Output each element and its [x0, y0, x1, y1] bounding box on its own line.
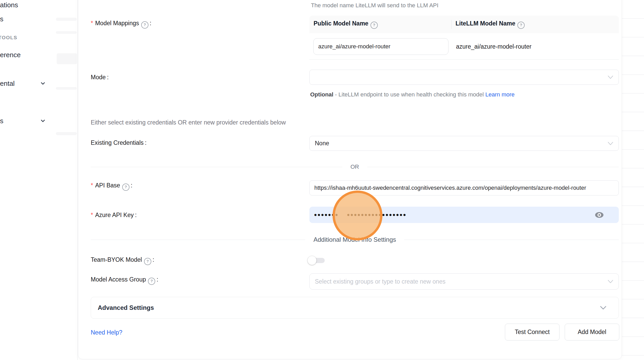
- select-placeholder: Select existing groups or type to create…: [310, 278, 445, 285]
- sidebar: ations s TOOLS erence ental s: [0, 0, 78, 360]
- or-text: OR: [342, 163, 367, 170]
- help-icon[interactable]: ?: [141, 21, 148, 29]
- sidebar-item-settings[interactable]: s: [0, 117, 3, 125]
- ghost-row: [56, 132, 77, 135]
- add-model-page: ations s TOOLS erence ental s The model …: [0, 0, 644, 360]
- or-divider: OR: [91, 163, 619, 171]
- api-base-label: *API Base?:: [91, 182, 132, 191]
- sidebar-item-logs[interactable]: s: [0, 15, 3, 23]
- ghost-row: [56, 87, 77, 90]
- sidebar-divider: [77, 0, 78, 360]
- api-base-value: https://ishaa-mh6uutut-swedencentral.cog…: [310, 185, 588, 191]
- required-asterisk: *: [91, 20, 93, 27]
- sidebar-item-organizations[interactable]: ations: [0, 1, 18, 9]
- background-table-edge: [622, 0, 644, 360]
- existing-credentials-select[interactable]: None: [309, 136, 619, 151]
- model-access-group-label: Model Access Group?:: [91, 276, 158, 285]
- header-divider: [451, 20, 452, 29]
- required-asterisk: *: [91, 182, 93, 189]
- need-help-link[interactable]: Need Help?: [91, 329, 122, 336]
- sidebar-item-experimental[interactable]: ental: [0, 80, 15, 88]
- litellm-model-name-value: azure_ai/azure-model-router: [456, 38, 531, 55]
- advanced-settings-panel[interactable]: Advanced Settings: [91, 297, 619, 319]
- chevron-down-icon: [608, 280, 613, 283]
- test-connect-button[interactable]: Test Connect: [505, 324, 560, 341]
- help-icon[interactable]: ?: [148, 278, 155, 285]
- model-name-hint: The model name LiteLLM will send to the …: [311, 2, 438, 9]
- table-row: azure_ai/azure-model-router azure_ai/azu…: [309, 33, 619, 59]
- chevron-down-icon[interactable]: [40, 117, 46, 124]
- ghost-row: [56, 18, 77, 21]
- public-model-name-header: Public Model Name?: [309, 20, 451, 29]
- existing-credentials-label: Existing Credentials:: [91, 139, 147, 146]
- mode-select[interactable]: [309, 70, 619, 85]
- help-icon[interactable]: ?: [144, 258, 151, 265]
- sidebar-item-inference[interactable]: erence: [0, 51, 21, 59]
- ghost-row: [56, 31, 77, 34]
- model-access-group-select[interactable]: Select existing groups or type to create…: [309, 273, 619, 290]
- required-asterisk: *: [91, 212, 93, 218]
- ghost-row: [57, 53, 77, 64]
- eye-icon[interactable]: [595, 212, 604, 218]
- azure-api-key-label: *Azure API Key:: [91, 212, 137, 219]
- add-model-button[interactable]: Add Model: [565, 324, 619, 341]
- click-indicator: [333, 191, 382, 240]
- help-icon[interactable]: ?: [370, 22, 378, 29]
- model-mappings-label: *Model Mappings?:: [91, 20, 151, 29]
- mode-hint: Optional - LiteLLM endpoint to use when …: [310, 89, 565, 100]
- model-mappings-table: Public Model Name? LiteLLM Model Name? a…: [309, 16, 619, 60]
- sidebar-section-tools: TOOLS: [0, 35, 17, 41]
- chevron-down-icon: [608, 142, 613, 145]
- chevron-down-icon: [600, 306, 607, 310]
- advanced-settings-title: Advanced Settings: [91, 304, 154, 311]
- public-model-name-input[interactable]: azure_ai/azure-model-router: [313, 38, 448, 55]
- learn-more-link[interactable]: Learn more: [485, 91, 515, 98]
- team-byok-label: Team-BYOK Model?:: [91, 256, 154, 265]
- chevron-down-icon[interactable]: [40, 80, 46, 87]
- help-icon[interactable]: ?: [517, 22, 525, 29]
- team-byok-toggle[interactable]: [308, 256, 325, 265]
- selected-value: None: [310, 140, 329, 147]
- litellm-model-name-header: LiteLLM Model Name?: [451, 20, 525, 29]
- chevron-down-icon: [608, 75, 613, 79]
- credentials-note: Either select existing credentials OR en…: [91, 119, 286, 126]
- help-icon[interactable]: ?: [122, 184, 129, 191]
- table-header: Public Model Name? LiteLLM Model Name?: [309, 16, 619, 33]
- mode-label: Mode:: [91, 74, 109, 81]
